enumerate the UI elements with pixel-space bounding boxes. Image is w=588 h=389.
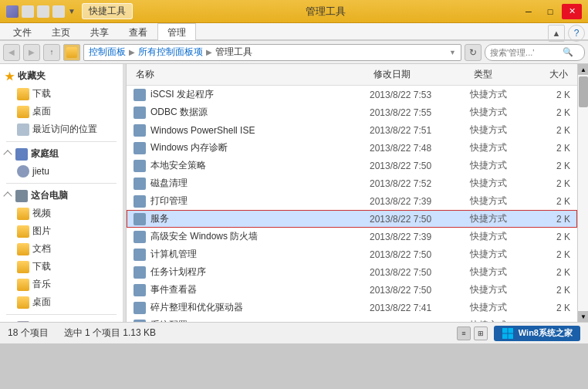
file-row[interactable]: 磁盘清理 2013/8/22 7:52 快捷方式 2 K [127,174,577,192]
windows-logo-icon [502,327,514,340]
back-button[interactable]: ◀ [3,44,20,61]
refresh-button[interactable]: ↻ [465,44,482,61]
scrollbar[interactable]: ▲ ▼ [577,64,588,322]
file-name: ODBC 数据源 [150,106,370,119]
sidebar-item-downloads[interactable]: 下载 [0,258,123,276]
window-title: 管理工具 [133,5,519,19]
sidebar-favorites-header[interactable]: ★ 收藏夹 [0,67,123,85]
breadcrumb-all-items[interactable]: 所有控制面板项 [138,46,203,59]
sidebar-thispc-header[interactable]: 这台电脑 [0,187,123,205]
file-icon [133,302,146,314]
sidebar-item-docs[interactable]: 文档 [0,240,123,258]
computer-icon [15,190,28,202]
sidebar-item-desktop2[interactable]: 桌面 [0,293,123,311]
folder-icon [17,225,29,238]
title-bar: ▼ 快捷工具 管理工具 ─ □ ✕ [0,0,588,23]
file-row[interactable]: 打印管理 2013/8/22 7:39 快捷方式 2 K [127,192,577,210]
folder-icon [17,88,29,100]
file-list-header: 名称 修改日期 类型 大小 [127,64,577,86]
sidebar-item-desktop[interactable]: 桌面 [0,103,123,120]
sidebar-item-music-label: 音乐 [32,278,51,291]
sidebar-homegroup-header[interactable]: 家庭组 [0,145,123,163]
column-header-date[interactable]: 修改日期 [370,66,471,83]
file-row[interactable]: 事件查看器 2013/8/22 7:50 快捷方式 2 K [127,281,577,299]
tab-share[interactable]: 共享 [80,23,119,39]
tab-home[interactable]: 主页 [42,23,80,39]
list-view-button[interactable]: ≡ [457,326,471,340]
file-type: 快捷方式 [470,141,532,154]
file-list-area: 名称 修改日期 类型 大小 iSCSI 发起程序 2013/8/22 7:53 … [127,64,577,322]
file-name: 计算机管理 [150,248,370,261]
folder-icon [17,296,29,309]
status-item-count: 18 个项目 [8,326,49,340]
forward-button[interactable]: ▶ [23,44,40,61]
up-button[interactable]: ↑ [43,44,60,61]
status-bar: 18 个项目 选中 1 个项目 1.13 KB ≡ ⊞ Win8系统之家 [0,322,588,343]
file-row[interactable]: 碎片整理和优化驱动器 2013/8/22 7:41 快捷方式 2 K [127,299,577,316]
file-type: 快捷方式 [470,212,532,225]
sidebar-item-local-disk-label: 本地磁盘 (C:) [32,320,87,322]
sidebar-item-music[interactable]: 音乐 [0,276,123,293]
tab-view[interactable]: 查看 [119,23,157,39]
file-name: Windows PowerShell ISE [150,125,370,136]
tab-file[interactable]: 文件 [3,23,42,39]
view-toggle: ≡ ⊞ [457,326,488,340]
file-name: 打印管理 [150,194,370,208]
svg-rect-2 [502,333,508,339]
file-icon [133,249,146,261]
file-row-selected[interactable]: 服务 2013/8/22 7:50 快捷方式 2 K [127,210,577,228]
column-header-name[interactable]: 名称 [133,66,370,83]
file-type: 快捷方式 [470,283,532,296]
scroll-thumb[interactable] [579,76,588,107]
file-date: 2013/8/22 7:48 [370,143,470,154]
file-row[interactable]: Windows 内存诊断 2013/8/22 7:48 快捷方式 2 K [127,139,577,157]
file-name: 高级安全 Windows 防火墙 [150,230,370,243]
sidebar-item-jietu[interactable]: jietu [0,163,123,180]
folder-icon [17,208,29,220]
ribbon-collapse-button[interactable]: ▲ [548,25,565,42]
file-row[interactable]: 本地安全策略 2013/8/22 7:50 快捷方式 2 K [127,157,577,174]
file-type: 快捷方式 [470,88,532,101]
sidebar-item-pictures[interactable]: 图片 [0,222,123,240]
file-row[interactable]: Windows PowerShell ISE 2013/8/22 7:51 快捷… [127,121,577,139]
status-bar-right: ≡ ⊞ Win8系统之家 [457,326,580,341]
help-button[interactable]: ? [568,25,585,42]
column-header-size[interactable]: 大小 [532,66,571,83]
file-icon [133,142,146,154]
file-row[interactable]: ODBC 数据源 2013/8/22 7:55 快捷方式 2 K [127,103,577,121]
file-row[interactable]: 任务计划程序 2013/8/22 7:50 快捷方式 2 K [127,263,577,281]
file-row[interactable]: iSCSI 发起程序 2013/8/22 7:53 快捷方式 2 K [127,86,577,103]
sidebar-item-docs-label: 文档 [32,242,51,255]
file-row[interactable]: 系统配置 2013/8/22 7:48 快捷方式 2 K [127,316,577,322]
sidebar-item-download[interactable]: 下载 [0,85,123,103]
column-header-type[interactable]: 类型 [471,66,532,83]
file-date: 2013/8/22 7:52 [370,178,470,189]
file-size: 2 K [532,107,570,118]
file-row[interactable]: 计算机管理 2013/8/22 7:50 快捷方式 2 K [127,245,577,263]
file-row[interactable]: 高级安全 Windows 防火墙 2013/8/22 7:39 快捷方式 2 K [127,228,577,245]
file-name: Windows 内存诊断 [150,141,370,154]
file-size: 2 K [532,143,570,154]
main-area: ★ 收藏夹 下载 桌面 最近访问的位置 家庭组 jietu [0,64,588,322]
file-date: 2013/8/22 7:50 [370,267,470,278]
sidebar-item-local-disk[interactable]: 本地磁盘 (C:) [0,318,123,322]
sidebar-item-video[interactable]: 视频 [0,205,123,222]
breadcrumb-control-panel[interactable]: 控制面板 [89,46,126,59]
breadcrumb-down-arrow[interactable]: ▼ [449,49,456,56]
tab-manage[interactable]: 管理 [157,23,196,40]
scroll-up-button[interactable]: ▲ [578,64,588,75]
scroll-down-button[interactable]: ▼ [578,311,588,322]
file-icon [133,284,146,296]
file-name: iSCSI 发起程序 [150,88,370,101]
file-type: 快捷方式 [470,248,532,261]
file-icon [133,213,146,225]
grid-view-button[interactable]: ⊞ [474,326,488,340]
file-icon [133,124,146,137]
close-button[interactable]: ✕ [562,4,582,19]
file-name: 任务计划程序 [150,266,370,279]
search-input[interactable] [490,48,559,57]
minimize-button[interactable]: ─ [519,4,539,19]
maximize-button[interactable]: □ [540,4,560,19]
sidebar-item-recent[interactable]: 最近访问的位置 [0,120,123,138]
status-selected-info: 选中 1 个项目 1.13 KB [64,326,156,340]
